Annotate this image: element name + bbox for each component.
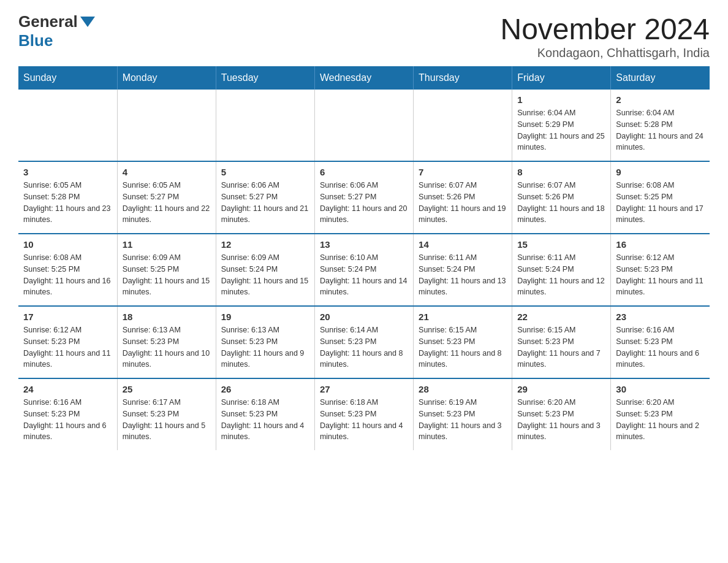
day-number: 14 (419, 239, 507, 250)
day-info: Sunrise: 6:17 AM Sunset: 5:23 PM Dayligh… (123, 397, 211, 443)
calendar-cell: 5Sunrise: 6:06 AM Sunset: 5:27 PM Daylig… (216, 161, 314, 234)
day-number: 5 (221, 167, 309, 177)
calendar-cell: 20Sunrise: 6:14 AM Sunset: 5:23 PM Dayli… (314, 306, 413, 378)
calendar-cell: 3Sunrise: 6:05 AM Sunset: 5:28 PM Daylig… (18, 161, 117, 234)
calendar-cell: 8Sunrise: 6:07 AM Sunset: 5:26 PM Daylig… (512, 161, 611, 234)
day-info: Sunrise: 6:10 AM Sunset: 5:24 PM Dayligh… (320, 252, 408, 298)
calendar-week-row: 3Sunrise: 6:05 AM Sunset: 5:28 PM Daylig… (18, 161, 710, 234)
day-number: 17 (23, 312, 112, 322)
day-number: 22 (517, 312, 605, 322)
day-of-week-header: Thursday (414, 66, 512, 90)
day-number: 20 (320, 312, 408, 322)
day-info: Sunrise: 6:15 AM Sunset: 5:23 PM Dayligh… (517, 324, 605, 370)
day-info: Sunrise: 6:06 AM Sunset: 5:27 PM Dayligh… (221, 180, 309, 226)
day-info: Sunrise: 6:05 AM Sunset: 5:28 PM Dayligh… (23, 180, 112, 226)
calendar-cell: 6Sunrise: 6:06 AM Sunset: 5:27 PM Daylig… (314, 161, 413, 234)
calendar-cell: 9Sunrise: 6:08 AM Sunset: 5:25 PM Daylig… (611, 161, 710, 234)
calendar-cell: 11Sunrise: 6:09 AM Sunset: 5:25 PM Dayli… (117, 234, 216, 306)
day-info: Sunrise: 6:14 AM Sunset: 5:23 PM Dayligh… (320, 324, 408, 370)
day-info: Sunrise: 6:16 AM Sunset: 5:23 PM Dayligh… (616, 324, 705, 370)
calendar-cell: 7Sunrise: 6:07 AM Sunset: 5:26 PM Daylig… (414, 161, 512, 234)
calendar-cell: 29Sunrise: 6:20 AM Sunset: 5:23 PM Dayli… (512, 378, 611, 450)
day-of-week-header: Sunday (18, 66, 117, 90)
day-number: 2 (616, 94, 705, 105)
day-number: 24 (23, 384, 112, 394)
calendar-cell (414, 90, 512, 161)
day-info: Sunrise: 6:09 AM Sunset: 5:24 PM Dayligh… (221, 252, 309, 298)
day-number: 7 (419, 167, 507, 177)
calendar-week-row: 1Sunrise: 6:04 AM Sunset: 5:29 PM Daylig… (18, 90, 710, 161)
day-number: 10 (23, 239, 112, 250)
day-info: Sunrise: 6:09 AM Sunset: 5:25 PM Dayligh… (123, 252, 211, 298)
day-number: 6 (320, 167, 408, 177)
day-info: Sunrise: 6:05 AM Sunset: 5:27 PM Dayligh… (123, 180, 211, 226)
calendar-cell: 12Sunrise: 6:09 AM Sunset: 5:24 PM Dayli… (216, 234, 314, 306)
calendar-cell: 1Sunrise: 6:04 AM Sunset: 5:29 PM Daylig… (512, 90, 611, 161)
calendar-header-row: SundayMondayTuesdayWednesdayThursdayFrid… (18, 66, 710, 90)
location-title: Kondagaon, Chhattisgarh, India (500, 46, 710, 60)
day-info: Sunrise: 6:04 AM Sunset: 5:29 PM Dayligh… (517, 107, 605, 153)
day-number: 25 (123, 384, 211, 394)
day-info: Sunrise: 6:07 AM Sunset: 5:26 PM Dayligh… (419, 180, 507, 226)
day-info: Sunrise: 6:12 AM Sunset: 5:23 PM Dayligh… (23, 324, 112, 370)
day-of-week-header: Monday (117, 66, 216, 90)
day-number: 19 (221, 312, 309, 322)
day-number: 8 (517, 167, 605, 177)
day-number: 1 (517, 94, 605, 105)
calendar-cell: 28Sunrise: 6:19 AM Sunset: 5:23 PM Dayli… (414, 378, 512, 450)
calendar-week-row: 17Sunrise: 6:12 AM Sunset: 5:23 PM Dayli… (18, 306, 710, 378)
day-number: 4 (123, 167, 211, 177)
day-number: 23 (616, 312, 705, 322)
calendar-cell: 2Sunrise: 6:04 AM Sunset: 5:28 PM Daylig… (611, 90, 710, 161)
day-number: 21 (419, 312, 507, 322)
logo: General Blue (18, 12, 95, 50)
title-section: November 2024 Kondagaon, Chhattisgarh, I… (500, 12, 710, 60)
day-info: Sunrise: 6:12 AM Sunset: 5:23 PM Dayligh… (616, 252, 705, 298)
calendar-table: SundayMondayTuesdayWednesdayThursdayFrid… (18, 66, 710, 450)
day-info: Sunrise: 6:11 AM Sunset: 5:24 PM Dayligh… (517, 252, 605, 298)
logo-general-text: General (18, 12, 78, 31)
month-title: November 2024 (500, 12, 710, 46)
day-of-week-header: Saturday (611, 66, 710, 90)
calendar-cell: 23Sunrise: 6:16 AM Sunset: 5:23 PM Dayli… (611, 306, 710, 378)
day-info: Sunrise: 6:13 AM Sunset: 5:23 PM Dayligh… (123, 324, 211, 370)
day-of-week-header: Friday (512, 66, 611, 90)
calendar-cell: 14Sunrise: 6:11 AM Sunset: 5:24 PM Dayli… (414, 234, 512, 306)
day-info: Sunrise: 6:16 AM Sunset: 5:23 PM Dayligh… (23, 397, 112, 443)
calendar-cell: 30Sunrise: 6:20 AM Sunset: 5:23 PM Dayli… (611, 378, 710, 450)
day-info: Sunrise: 6:11 AM Sunset: 5:24 PM Dayligh… (419, 252, 507, 298)
calendar-cell: 17Sunrise: 6:12 AM Sunset: 5:23 PM Dayli… (18, 306, 117, 378)
logo-blue-text: Blue (18, 31, 53, 50)
calendar-cell: 10Sunrise: 6:08 AM Sunset: 5:25 PM Dayli… (18, 234, 117, 306)
calendar-cell: 19Sunrise: 6:13 AM Sunset: 5:23 PM Dayli… (216, 306, 314, 378)
calendar-cell (18, 90, 117, 161)
calendar-cell (314, 90, 413, 161)
day-info: Sunrise: 6:06 AM Sunset: 5:27 PM Dayligh… (320, 180, 408, 226)
day-info: Sunrise: 6:13 AM Sunset: 5:23 PM Dayligh… (221, 324, 309, 370)
day-info: Sunrise: 6:18 AM Sunset: 5:23 PM Dayligh… (221, 397, 309, 443)
day-info: Sunrise: 6:07 AM Sunset: 5:26 PM Dayligh… (517, 180, 605, 226)
calendar-week-row: 24Sunrise: 6:16 AM Sunset: 5:23 PM Dayli… (18, 378, 710, 450)
day-info: Sunrise: 6:08 AM Sunset: 5:25 PM Dayligh… (616, 180, 705, 226)
day-info: Sunrise: 6:20 AM Sunset: 5:23 PM Dayligh… (616, 397, 705, 443)
day-info: Sunrise: 6:19 AM Sunset: 5:23 PM Dayligh… (419, 397, 507, 443)
calendar-cell: 22Sunrise: 6:15 AM Sunset: 5:23 PM Dayli… (512, 306, 611, 378)
day-number: 18 (123, 312, 211, 322)
day-number: 16 (616, 239, 705, 250)
calendar-cell (216, 90, 314, 161)
logo-triangle-icon (80, 17, 95, 27)
day-number: 11 (123, 239, 211, 250)
calendar-cell: 26Sunrise: 6:18 AM Sunset: 5:23 PM Dayli… (216, 378, 314, 450)
day-number: 15 (517, 239, 605, 250)
calendar-cell: 15Sunrise: 6:11 AM Sunset: 5:24 PM Dayli… (512, 234, 611, 306)
calendar-cell: 18Sunrise: 6:13 AM Sunset: 5:23 PM Dayli… (117, 306, 216, 378)
calendar-cell: 25Sunrise: 6:17 AM Sunset: 5:23 PM Dayli… (117, 378, 216, 450)
day-number: 9 (616, 167, 705, 177)
calendar-cell: 27Sunrise: 6:18 AM Sunset: 5:23 PM Dayli… (314, 378, 413, 450)
day-info: Sunrise: 6:20 AM Sunset: 5:23 PM Dayligh… (517, 397, 605, 443)
day-number: 3 (23, 167, 112, 177)
day-number: 29 (517, 384, 605, 394)
day-info: Sunrise: 6:08 AM Sunset: 5:25 PM Dayligh… (23, 252, 112, 298)
day-info: Sunrise: 6:15 AM Sunset: 5:23 PM Dayligh… (419, 324, 507, 370)
calendar-cell: 4Sunrise: 6:05 AM Sunset: 5:27 PM Daylig… (117, 161, 216, 234)
